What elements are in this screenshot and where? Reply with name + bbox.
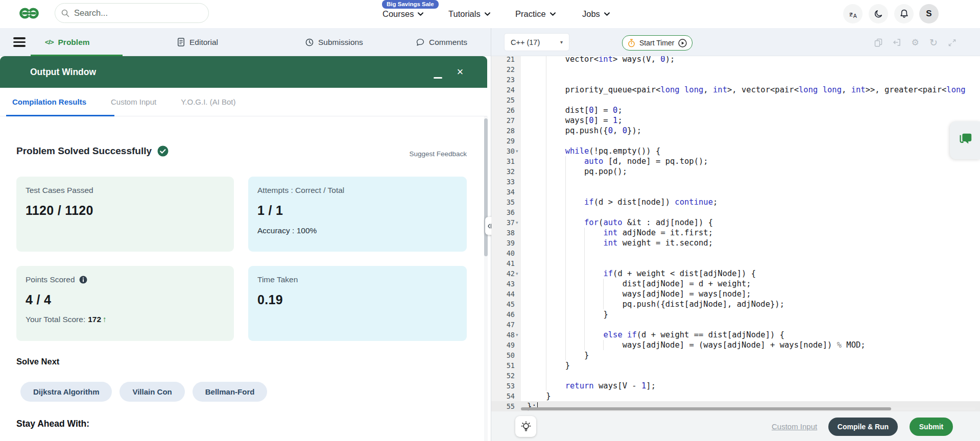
dark-mode-button[interactable] bbox=[869, 4, 888, 23]
line-number: 23 bbox=[491, 75, 515, 85]
tab-comments[interactable]: Comments bbox=[416, 28, 467, 56]
language-select[interactable]: C++ (17) ▾ bbox=[505, 34, 569, 51]
suggest-feedback-link[interactable]: Suggest Feedback bbox=[409, 150, 467, 158]
code-text: int weight = it.second; bbox=[491, 238, 980, 248]
stopwatch-icon bbox=[628, 39, 635, 47]
chevron-down-icon bbox=[418, 12, 423, 16]
solve-next-chip[interactable]: Villain Con bbox=[119, 382, 184, 402]
code-line[interactable]: 37▾for(auto &it : adj[node]) { bbox=[491, 217, 980, 228]
code-line[interactable]: 33 bbox=[491, 177, 980, 187]
tab-editorial[interactable]: Editorial bbox=[177, 28, 218, 56]
info-icon[interactable] bbox=[79, 276, 87, 284]
code-line[interactable]: 39int weight = it.second; bbox=[491, 238, 980, 248]
code-line[interactable]: 44ways[adjNode] = ways[node]; bbox=[491, 289, 980, 299]
code-line[interactable]: 53return ways[V - 1]; bbox=[491, 381, 980, 391]
nav-item-courses[interactable]: Courses bbox=[383, 0, 423, 28]
code-text: if(d > dist[node]) continue; bbox=[491, 197, 980, 207]
code-text: } bbox=[491, 350, 980, 360]
code-line[interactable]: 49ways[adjNode] = (ways[adjNode] + ways[… bbox=[491, 340, 980, 350]
solve-next-chip[interactable]: Dijkstra Algorithm bbox=[20, 382, 112, 402]
tab-submissions[interactable]: Submissions bbox=[305, 28, 363, 56]
editor-hscrollbar-thumb[interactable] bbox=[521, 407, 891, 410]
code-line[interactable]: 43dist[adjNode] = d + weight; bbox=[491, 279, 980, 289]
code-line[interactable]: 46} bbox=[491, 309, 980, 320]
code-line[interactable]: 24priority_queue<pair<long long, int>, v… bbox=[491, 85, 980, 95]
close-icon[interactable]: × bbox=[452, 63, 468, 81]
code-line[interactable]: 30▾while(!pq.empty()) { bbox=[491, 146, 980, 156]
score-up-arrow-icon: ↑ bbox=[103, 315, 107, 324]
code-line[interactable]: 50} bbox=[491, 350, 980, 360]
code-line[interactable]: 29 bbox=[491, 136, 980, 146]
indent-guide bbox=[584, 320, 585, 330]
profile-avatar[interactable]: S bbox=[919, 4, 939, 23]
indent-guide bbox=[584, 258, 585, 268]
copy-code-button[interactable] bbox=[874, 38, 883, 47]
search-input[interactable]: Search... bbox=[55, 3, 209, 23]
code-text: else if(d + weight == dist[adjNode]) { bbox=[491, 330, 980, 340]
code-line[interactable]: 26dist[0] = 0; bbox=[491, 105, 980, 115]
nav-item-tutorials[interactable]: Tutorials bbox=[448, 0, 490, 28]
code-line[interactable]: 52 bbox=[491, 371, 980, 381]
fullscreen-button[interactable] bbox=[947, 38, 957, 47]
indent-guide bbox=[584, 248, 585, 258]
code-line[interactable]: 36 bbox=[491, 207, 980, 217]
gfg-logo[interactable] bbox=[17, 6, 41, 23]
line-number: 52 bbox=[491, 371, 515, 381]
translate-button[interactable]: zA bbox=[843, 4, 863, 23]
chat-bubbles-icon bbox=[957, 132, 973, 149]
code-line[interactable]: 42▾if(d + weight < dist[adjNode]) { bbox=[491, 268, 980, 279]
nav-item-jobs[interactable]: Jobs bbox=[582, 0, 610, 28]
code-line[interactable]: 32pq.pop(); bbox=[491, 166, 980, 177]
line-number: 25 bbox=[491, 95, 515, 105]
status-row: Problem Solved Successfully bbox=[16, 143, 169, 159]
code-line[interactable]: 35if(d > dist[node]) continue; bbox=[491, 197, 980, 207]
code-editor[interactable]: 21vector<int> ways(V, 0);222324priority_… bbox=[491, 56, 980, 411]
attempts-label: Attempts : Correct / Total bbox=[257, 186, 458, 195]
code-line[interactable]: 45pq.push({dist[adjNode], adjNode}); bbox=[491, 299, 980, 309]
tab-compilation-results[interactable]: Compilation Results bbox=[12, 97, 86, 106]
start-timer-button[interactable]: Start Timer bbox=[622, 35, 692, 51]
code-line[interactable]: 38int adjNode = it.first; bbox=[491, 228, 980, 238]
code-line[interactable]: 48▾else if(d + weight == dist[adjNode]) … bbox=[491, 330, 980, 340]
code-line[interactable]: 21vector<int> ways(V, 0); bbox=[491, 56, 980, 64]
code-line[interactable]: 51} bbox=[491, 360, 980, 371]
code-line[interactable]: 54} bbox=[491, 391, 980, 401]
code-line[interactable]: 25 bbox=[491, 95, 980, 105]
discussion-fab[interactable] bbox=[950, 121, 980, 159]
hamburger-menu-icon[interactable] bbox=[13, 37, 26, 47]
code-text: } bbox=[491, 360, 980, 371]
import-code-button[interactable] bbox=[892, 38, 901, 47]
reset-code-button[interactable]: ↻ bbox=[929, 38, 938, 47]
minimize-icon[interactable] bbox=[434, 77, 442, 79]
solve-next-chip[interactable]: Bellman-Ford bbox=[193, 382, 268, 402]
code-line[interactable]: 31auto [d, node] = pq.top(); bbox=[491, 156, 980, 166]
tab-custom-input[interactable]: Custom Input bbox=[111, 97, 156, 106]
code-line[interactable]: 23 bbox=[491, 75, 980, 85]
settings-button[interactable]: ⚙ bbox=[911, 38, 920, 47]
tab-problem[interactable]: </> Problem bbox=[45, 28, 90, 56]
code-line[interactable]: 41 bbox=[491, 258, 980, 268]
indent-guide bbox=[565, 187, 566, 197]
code-line[interactable]: 47 bbox=[491, 320, 980, 330]
custom-input-link[interactable]: Custom Input bbox=[772, 422, 817, 431]
tab-yogi-ai-bot[interactable]: Y.O.G.I. (AI Bot) bbox=[181, 97, 235, 106]
indent-guide bbox=[546, 248, 546, 258]
check-circle-icon bbox=[157, 145, 169, 157]
code-line[interactable]: 40 bbox=[491, 248, 980, 258]
indent-guide bbox=[546, 95, 546, 105]
notifications-button[interactable] bbox=[894, 4, 914, 23]
left-panel-scrollbar-thumb[interactable] bbox=[484, 118, 488, 256]
code-text: vector<int> ways(V, 0); bbox=[491, 56, 980, 64]
hint-button[interactable] bbox=[515, 416, 536, 437]
code-line[interactable]: 22 bbox=[491, 64, 980, 75]
submit-button[interactable]: Submit bbox=[910, 418, 953, 436]
code-line[interactable]: 27ways[0] = 1; bbox=[491, 115, 980, 126]
compile-run-button[interactable]: Compile & Run bbox=[828, 418, 898, 436]
output-window-tabs: Compilation Results Custom Input Y.O.G.I… bbox=[0, 88, 487, 116]
nav-item-practice[interactable]: Practice bbox=[515, 0, 556, 28]
code-line[interactable]: 28pq.push({0, 0}); bbox=[491, 126, 980, 136]
code-line[interactable]: 34 bbox=[491, 187, 980, 197]
test-cases-value: 1120 / 1120 bbox=[26, 203, 225, 218]
line-number: 22 bbox=[491, 64, 515, 75]
indent-guide bbox=[565, 207, 566, 217]
